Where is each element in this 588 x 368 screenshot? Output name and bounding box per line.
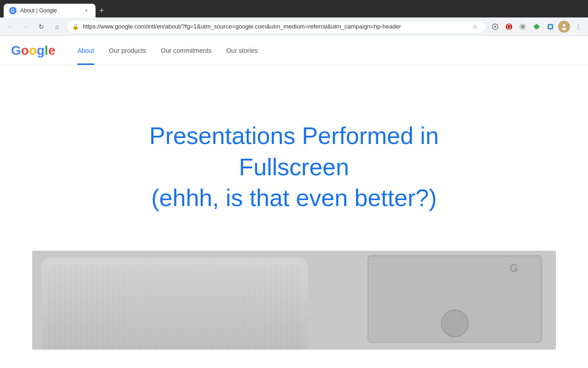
svg-marker-8 — [534, 24, 539, 29]
address-bar[interactable]: 🔒 https://www.google.com/intl/en/about/?… — [66, 20, 486, 34]
browser-right-icons: ⋮ — [489, 20, 584, 33]
browser-chrome: G About | Google × + — [0, 0, 588, 17]
nav-item-stories[interactable]: Our stories — [219, 36, 265, 65]
logo-letter-l: l — [45, 43, 48, 58]
device-showcase-image: G — [32, 251, 556, 350]
profile-menu-icon[interactable] — [558, 20, 571, 33]
google-g-on-device: G — [509, 262, 518, 275]
device-camera — [441, 310, 469, 337]
nav-links: About Our products Our commitments Our s… — [70, 36, 265, 65]
main-content: Presentations Performed in Fullscreen (e… — [0, 65, 588, 350]
svg-point-12 — [562, 28, 566, 30]
forward-button[interactable]: → — [19, 20, 32, 33]
tab-favicon: G — [9, 7, 17, 14]
hero-title: Presentations Performed in Fullscreen (e… — [110, 121, 478, 214]
nav-item-products[interactable]: Our products — [102, 36, 153, 65]
new-tab-button[interactable]: + — [97, 4, 106, 17]
pixel-device: G — [363, 251, 556, 350]
svg-text:G: G — [11, 8, 15, 13]
svg-point-3 — [494, 26, 496, 28]
browser-ext-1[interactable] — [516, 20, 529, 33]
site-navigation: G o o g l e About Our products Our commi… — [0, 36, 588, 65]
logo-letter-e: e — [48, 43, 56, 58]
nav-item-about[interactable]: About — [70, 36, 102, 65]
address-bar-row: ← → ↻ ⌂ 🔒 https://www.google.com/intl/en… — [0, 17, 588, 36]
hero-line2: (ehhh, is that even better?) — [151, 184, 437, 211]
pixel-screen: G — [368, 255, 542, 343]
speaker-body — [41, 258, 308, 350]
home-button[interactable]: ⌂ — [51, 20, 63, 33]
google-logo[interactable]: G o o g l e — [11, 43, 55, 58]
logo-letter-g2: g — [37, 43, 45, 58]
speaker-device — [32, 251, 331, 350]
browser-ext-3[interactable] — [544, 20, 557, 33]
tab-title: About | Google — [20, 7, 79, 14]
active-tab[interactable]: G About | Google × — [4, 4, 96, 17]
logo-letter-o2: o — [29, 43, 37, 58]
lock-icon: 🔒 — [72, 23, 79, 30]
svg-point-11 — [563, 24, 565, 27]
tab-bar: G About | Google × + — [4, 0, 584, 17]
refresh-button[interactable]: ↻ — [35, 20, 48, 33]
svg-rect-10 — [549, 25, 552, 28]
logo-letter-o1: o — [21, 43, 29, 58]
user-avatar — [558, 21, 570, 33]
svg-point-7 — [521, 25, 524, 28]
logo-letter-G: G — [11, 43, 21, 58]
extensions-icon[interactable] — [489, 20, 502, 33]
bookmark-icon[interactable]: ☆ — [470, 21, 480, 32]
device-bottom-bar — [368, 305, 541, 342]
hero-line1: Presentations Performed in Fullscreen — [149, 122, 439, 180]
url-text: https://www.google.com/intl/en/about/?fg… — [83, 23, 467, 30]
browser-menu-button[interactable]: ⋮ — [571, 20, 584, 33]
nav-item-commitments[interactable]: Our commitments — [153, 36, 219, 65]
back-button[interactable]: ← — [4, 20, 17, 33]
tab-close-button[interactable]: × — [83, 7, 90, 14]
website-content: G o o g l e About Our products Our commi… — [0, 36, 588, 350]
opera-icon[interactable] — [503, 20, 515, 33]
browser-ext-2[interactable] — [530, 20, 543, 33]
